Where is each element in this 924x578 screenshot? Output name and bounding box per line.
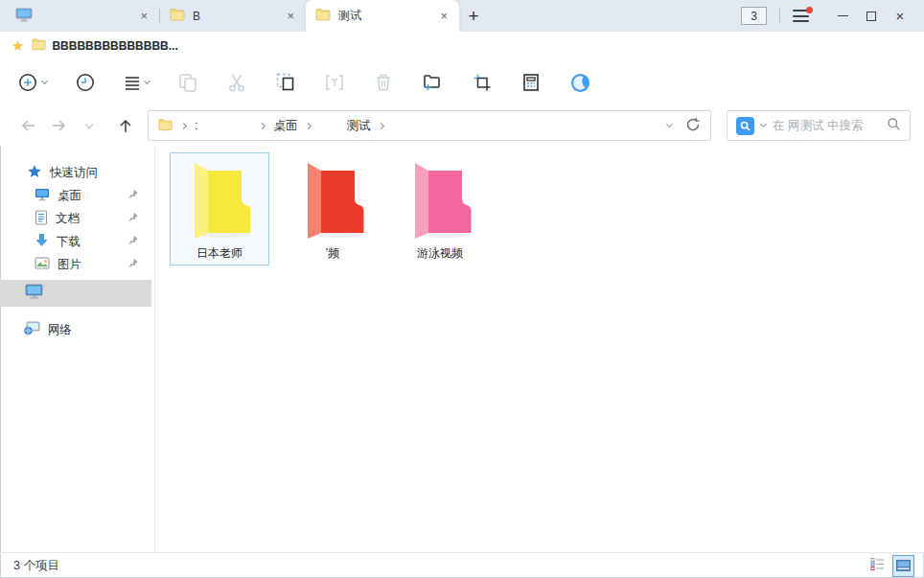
search-icon[interactable] <box>887 117 901 135</box>
tab-count-badge[interactable]: 3 <box>741 7 767 25</box>
sidebar-item-network[interactable]: 网络 <box>0 318 154 341</box>
sidebar-item-label: 下载 <box>57 234 81 250</box>
pin-icon[interactable] <box>127 258 139 272</box>
chevron-down-icon <box>144 78 150 84</box>
up-icon[interactable] <box>113 118 138 134</box>
chevron-right-icon <box>378 122 384 128</box>
maximize-icon <box>866 12 876 21</box>
pin-icon[interactable] <box>127 235 139 249</box>
close-icon[interactable]: × <box>438 9 450 23</box>
window-controls: 3 × <box>741 0 924 32</box>
sidebar-item-quick-access[interactable]: 快速访问 <box>0 161 154 184</box>
tab-2[interactable]: B × <box>160 0 306 32</box>
sidebar-item-label: 快速访问 <box>50 165 98 181</box>
breadcrumb-segment[interactable]: : <box>195 119 197 132</box>
folder-large-icon <box>183 158 256 244</box>
paste-button[interactable] <box>275 72 296 93</box>
tab-bar: × B × 测试 × + 3 × <box>0 0 924 32</box>
bookmark-item[interactable]: BBBBBBBBBBBBBB... <box>32 37 177 54</box>
chevron-down-icon <box>41 78 48 84</box>
star-blue-icon <box>27 164 42 182</box>
folder-icon <box>315 8 331 24</box>
tab-label: 测试 <box>338 8 430 24</box>
menu-icon[interactable] <box>793 10 809 22</box>
chevron-right-icon <box>259 122 266 128</box>
folder-item[interactable]: 日本老师 <box>170 152 269 266</box>
folder-icon <box>170 8 185 24</box>
properties-button[interactable] <box>520 72 542 93</box>
crop-select-button[interactable] <box>472 72 493 93</box>
desktop-icon <box>35 188 50 204</box>
sidebar-item-documents[interactable]: 文档 <box>0 207 154 230</box>
sidebar-item-label: 桌面 <box>58 188 81 204</box>
search-engine-dropdown-icon[interactable] <box>760 121 767 127</box>
folder-item[interactable]: '频 <box>283 152 382 266</box>
forward-icon[interactable] <box>46 118 71 133</box>
new-folder-button[interactable] <box>422 72 444 93</box>
star-icon[interactable]: ★ <box>12 38 24 53</box>
chevron-right-icon <box>305 122 312 128</box>
sidebar-item-this-pc[interactable] <box>0 280 151 307</box>
folder-icon <box>158 118 173 134</box>
sidebar-item-label: 文档 <box>56 211 80 227</box>
new-tab-button[interactable]: + <box>459 0 488 32</box>
folder-item[interactable]: 游泳视频 <box>390 152 490 266</box>
details-view-icon[interactable] <box>870 557 885 574</box>
close-icon[interactable]: × <box>285 9 296 23</box>
chevron-right-icon <box>180 122 187 128</box>
search-engine-icon[interactable] <box>736 117 754 135</box>
bookmark-label: BBBBBBBBBBBBBB... <box>52 39 177 53</box>
view-options-button[interactable] <box>124 74 150 91</box>
sidebar-item-label: 网络 <box>48 322 72 338</box>
notification-dot <box>806 7 813 13</box>
address-row: : 桌面 测试 在 网测试 中搜索 <box>0 105 924 146</box>
folder-label: 游泳视频 <box>417 245 463 262</box>
address-dropdown-icon[interactable] <box>666 121 673 127</box>
pin-icon[interactable] <box>127 189 139 203</box>
pictures-icon <box>35 257 50 272</box>
sidebar: 快速访问 桌面 文档 <box>0 146 155 552</box>
delete-button <box>373 72 394 93</box>
folder-label: '频 <box>326 245 339 262</box>
divider <box>779 9 780 24</box>
recent-history-button[interactable] <box>75 72 96 93</box>
breadcrumb[interactable]: : 桌面 测试 <box>148 110 711 141</box>
sidebar-item-desktop[interactable]: 桌面 <box>0 184 154 207</box>
tab-3-active[interactable]: 测试 × <box>306 0 459 32</box>
folder-large-icon <box>296 158 369 244</box>
minimize-button[interactable] <box>828 0 857 32</box>
theme-circle-button[interactable] <box>569 72 591 94</box>
tab-label: B <box>193 10 277 23</box>
breadcrumb-segment[interactable]: 桌面 <box>273 118 297 134</box>
folder-label: 日本老师 <box>196 245 243 262</box>
thumbnail-view-icon[interactable] <box>892 555 914 577</box>
network-icon <box>23 321 40 338</box>
maximize-button[interactable] <box>857 0 886 32</box>
close-button[interactable]: × <box>886 0 914 32</box>
cut-button <box>226 72 247 93</box>
folder-icon <box>32 37 46 54</box>
new-item-button[interactable] <box>17 72 47 93</box>
folder-large-icon <box>404 158 476 244</box>
file-manager-window: × B × 测试 × + 3 × <box>0 0 924 578</box>
search-placeholder: 在 网测试 中搜索 <box>773 118 880 134</box>
document-icon <box>35 210 48 228</box>
main-area: 快速访问 桌面 文档 <box>0 146 924 552</box>
tab-1[interactable]: × <box>6 0 159 32</box>
breadcrumb-segment[interactable]: 测试 <box>346 118 370 134</box>
status-bar: 3 个项目 <box>0 552 924 578</box>
close-icon[interactable]: × <box>138 9 150 23</box>
computer-icon <box>25 284 43 303</box>
toolbar <box>0 59 924 105</box>
search-input[interactable]: 在 网测试 中搜索 <box>727 110 911 141</box>
refresh-icon[interactable] <box>685 117 701 135</box>
rename-button <box>324 72 345 93</box>
pin-icon[interactable] <box>127 212 139 226</box>
history-dropdown-icon[interactable] <box>77 125 102 127</box>
back-icon[interactable] <box>15 118 40 133</box>
download-icon <box>35 233 49 251</box>
file-grid[interactable]: 日本老师 '频 <box>155 146 924 552</box>
sidebar-item-downloads[interactable]: 下载 <box>0 230 154 253</box>
bookmark-bar: ★ BBBBBBBBBBBBBB... <box>0 32 924 59</box>
sidebar-item-pictures[interactable]: 图片 <box>0 253 154 276</box>
